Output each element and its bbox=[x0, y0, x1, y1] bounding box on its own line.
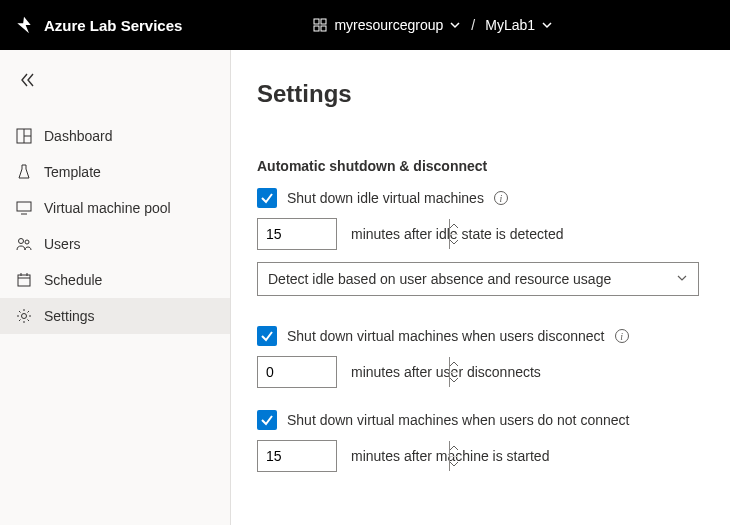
spinner-down-button[interactable] bbox=[450, 235, 458, 250]
sidebar-item-vmpool[interactable]: Virtual machine pool bbox=[0, 190, 230, 226]
page-title: Settings bbox=[257, 80, 704, 108]
dashboard-icon bbox=[16, 128, 32, 144]
idle-block: Shut down idle virtual machines i minute… bbox=[257, 188, 704, 296]
sidebar-collapse-button[interactable] bbox=[0, 60, 230, 100]
svg-point-9 bbox=[19, 239, 24, 244]
noconnect-minutes-input[interactable] bbox=[257, 440, 337, 472]
monitor-icon bbox=[16, 200, 32, 216]
idle-detect-value: Detect idle based on user absence and re… bbox=[268, 271, 611, 287]
disconnect-checkbox[interactable] bbox=[257, 326, 277, 346]
sidebar: Dashboard Template Virtual machine pool … bbox=[0, 50, 231, 525]
sidebar-item-label: Virtual machine pool bbox=[44, 200, 171, 216]
svg-rect-1 bbox=[321, 19, 326, 24]
breadcrumb-rg-label: myresourcegroup bbox=[334, 17, 443, 33]
sidebar-item-label: Dashboard bbox=[44, 128, 113, 144]
spinner-down-button[interactable] bbox=[450, 457, 458, 472]
check-icon bbox=[260, 329, 274, 343]
chevron-down-icon bbox=[676, 271, 688, 287]
app-title: Azure Lab Services bbox=[44, 17, 182, 34]
noconnect-checkbox[interactable] bbox=[257, 410, 277, 430]
disconnect-minutes-value[interactable] bbox=[258, 357, 449, 387]
svg-point-15 bbox=[22, 314, 27, 319]
svg-rect-3 bbox=[321, 26, 326, 31]
breadcrumb-separator: / bbox=[471, 17, 475, 33]
spinner-up-button[interactable] bbox=[450, 357, 458, 373]
sidebar-item-users[interactable]: Users bbox=[0, 226, 230, 262]
spinner-up-button[interactable] bbox=[450, 441, 458, 457]
sidebar-item-dashboard[interactable]: Dashboard bbox=[0, 118, 230, 154]
calendar-icon bbox=[16, 272, 32, 288]
idle-minutes-input[interactable] bbox=[257, 218, 337, 250]
gear-icon bbox=[16, 308, 32, 324]
chevron-down-icon bbox=[541, 19, 553, 31]
info-icon[interactable]: i bbox=[494, 191, 508, 205]
section-title: Automatic shutdown & disconnect bbox=[257, 158, 704, 174]
breadcrumb: myresourcegroup / MyLab1 bbox=[312, 17, 553, 33]
idle-detect-dropdown[interactable]: Detect idle based on user absence and re… bbox=[257, 262, 699, 296]
chevron-down-icon bbox=[449, 19, 461, 31]
disconnect-block: Shut down virtual machines when users di… bbox=[257, 326, 704, 388]
noconnect-checkbox-label: Shut down virtual machines when users do… bbox=[287, 412, 629, 428]
app-brand[interactable]: Azure Lab Services bbox=[14, 15, 182, 35]
breadcrumb-resourcegroup[interactable]: myresourcegroup bbox=[312, 17, 461, 33]
info-icon[interactable]: i bbox=[615, 329, 629, 343]
spinner-up-button[interactable] bbox=[450, 219, 458, 235]
template-icon bbox=[16, 164, 32, 180]
disconnect-minutes-input[interactable] bbox=[257, 356, 337, 388]
sidebar-item-template[interactable]: Template bbox=[0, 154, 230, 190]
sidebar-nav: Dashboard Template Virtual machine pool … bbox=[0, 118, 230, 334]
sidebar-item-label: Schedule bbox=[44, 272, 102, 288]
svg-rect-0 bbox=[314, 19, 319, 24]
sidebar-item-label: Settings bbox=[44, 308, 95, 324]
breadcrumb-lab[interactable]: MyLab1 bbox=[485, 17, 553, 33]
spinner-down-button[interactable] bbox=[450, 373, 458, 388]
sidebar-item-label: Users bbox=[44, 236, 81, 252]
main-content: Settings Automatic shutdown & disconnect… bbox=[231, 50, 730, 525]
noconnect-block: Shut down virtual machines when users do… bbox=[257, 410, 704, 472]
sidebar-item-label: Template bbox=[44, 164, 101, 180]
svg-rect-11 bbox=[18, 275, 30, 286]
svg-rect-7 bbox=[17, 202, 31, 211]
users-icon bbox=[16, 236, 32, 252]
idle-checkbox-label: Shut down idle virtual machines bbox=[287, 190, 484, 206]
sidebar-item-settings[interactable]: Settings bbox=[0, 298, 230, 334]
azure-labs-icon bbox=[14, 15, 34, 35]
resource-group-icon bbox=[312, 17, 328, 33]
svg-rect-2 bbox=[314, 26, 319, 31]
disconnect-checkbox-label: Shut down virtual machines when users di… bbox=[287, 328, 605, 344]
idle-minutes-value[interactable] bbox=[258, 219, 449, 249]
double-chevron-left-icon bbox=[18, 71, 36, 89]
sidebar-item-schedule[interactable]: Schedule bbox=[0, 262, 230, 298]
check-icon bbox=[260, 413, 274, 427]
svg-point-10 bbox=[25, 240, 29, 244]
breadcrumb-lab-label: MyLab1 bbox=[485, 17, 535, 33]
top-header: Azure Lab Services myresourcegroup / MyL… bbox=[0, 0, 730, 50]
check-icon bbox=[260, 191, 274, 205]
idle-checkbox[interactable] bbox=[257, 188, 277, 208]
noconnect-minutes-value[interactable] bbox=[258, 441, 449, 471]
